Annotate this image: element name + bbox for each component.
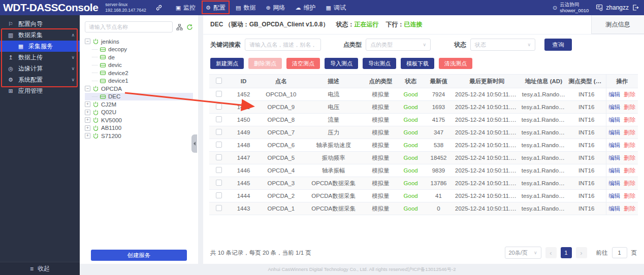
expand-node-icon[interactable]: + xyxy=(85,110,90,115)
expand-node-icon[interactable]: + xyxy=(85,133,90,139)
tab-point-info[interactable]: 测点信息 xyxy=(591,15,644,34)
tree-node-ab1100[interactable]: +AB1100 xyxy=(85,124,193,132)
sidebar-item-data-upload[interactable]: ↥数据上传∨ xyxy=(0,52,80,63)
delete-link[interactable]: 删除 xyxy=(624,91,635,98)
search-button[interactable]: 查询 xyxy=(544,39,572,51)
edit-link[interactable]: 编辑 xyxy=(608,205,620,213)
debug-icon: ▦ xyxy=(326,5,331,11)
edit-link[interactable]: 编辑 xyxy=(608,180,620,187)
cloud-sync-status[interactable]: ⊙ 云边协同 shower_0010 xyxy=(553,2,589,14)
tree-node-q02u[interactable]: +Q02U xyxy=(85,109,193,116)
sidebar-item-edge-computing[interactable]: ◎边缘计算∨ xyxy=(0,63,80,74)
keyword-label: 关键词搜索 xyxy=(210,41,241,49)
edit-link[interactable]: 编辑 xyxy=(608,116,620,124)
row-checkbox[interactable] xyxy=(216,142,222,148)
tree-node-cj2m[interactable]: +CJ2M xyxy=(85,100,193,108)
delete-link[interactable]: 删除 xyxy=(624,205,635,213)
edit-link[interactable]: 编辑 xyxy=(608,91,620,98)
row-checkbox[interactable] xyxy=(216,167,222,173)
page-size-select[interactable]: 20条/页 ∨ xyxy=(505,247,541,259)
nav-item-monitor[interactable]: ▣监控 xyxy=(171,0,201,15)
link-icon[interactable] xyxy=(155,4,163,11)
node-search-input[interactable] xyxy=(85,21,173,32)
sidebar-item-wizard[interactable]: ⚐配置向导 xyxy=(0,18,80,29)
jump-page-input[interactable] xyxy=(612,247,627,258)
sidebar-item-data-collect[interactable]: ▥数据采集∧ xyxy=(0,29,80,41)
tree-node-dec[interactable]: DEC xyxy=(85,93,193,100)
delete-link[interactable]: 删除 xyxy=(624,167,635,175)
row-checkbox[interactable] xyxy=(216,154,222,160)
action-button-5[interactable]: 模板下载 xyxy=(401,58,434,69)
expand-node-icon[interactable]: + xyxy=(85,117,90,123)
nav-item-config-gear[interactable]: ⚙配置 xyxy=(201,0,231,15)
row-checkbox[interactable] xyxy=(216,91,222,97)
edit-link[interactable]: 编辑 xyxy=(608,154,620,162)
status-select[interactable]: 状态 ∨ xyxy=(470,39,535,51)
next-page-button[interactable]: › xyxy=(576,247,587,258)
username[interactable]: zhangzz xyxy=(606,4,629,11)
edit-link[interactable]: 编辑 xyxy=(608,167,620,175)
terminal-icon[interactable] xyxy=(596,4,603,11)
delete-link[interactable]: 删除 xyxy=(624,180,635,187)
nav-item-debug[interactable]: ▦调试 xyxy=(321,0,351,15)
action-button-1[interactable]: 删除测点 xyxy=(248,58,282,69)
tree-node-label: jenkins xyxy=(101,39,119,45)
action-button-4[interactable]: 导出测点 xyxy=(363,58,396,69)
select-all-checkbox[interactable] xyxy=(216,78,222,84)
row-checkbox[interactable] xyxy=(216,180,222,186)
delete-link[interactable]: 删除 xyxy=(624,192,635,200)
tree-node-opcda[interactable]: −OPCDA xyxy=(85,85,193,92)
sidebar-item-app-manage[interactable]: ⊞应用管理 xyxy=(0,85,80,96)
delete-link[interactable]: 删除 xyxy=(624,142,635,149)
tree-node-jenkins[interactable]: −jenkins xyxy=(85,38,193,45)
nav-item-data[interactable]: ▤数据 xyxy=(231,0,261,15)
panel-collapse-handle[interactable] xyxy=(191,134,197,153)
expand-node-icon[interactable]: + xyxy=(85,125,90,131)
sidebar-item-collect-service[interactable]: ▦采集服务 xyxy=(0,41,80,52)
nav-menu: ▣监控⚙配置▤数据⊕网络☁维护▦调试 xyxy=(171,0,351,15)
edit-link[interactable]: 编辑 xyxy=(608,104,620,111)
nav-item-label: 网络 xyxy=(273,4,285,12)
row-checkbox[interactable] xyxy=(216,104,222,110)
refresh-icon[interactable] xyxy=(186,24,193,30)
page-number[interactable]: 1 xyxy=(561,247,572,258)
point-type-select[interactable]: 点的类型 ∨ xyxy=(366,39,431,51)
action-button-6[interactable]: 清洗测点 xyxy=(439,58,472,69)
delete-link[interactable]: 删除 xyxy=(624,154,635,162)
tree-node-decopy[interactable]: decopy xyxy=(85,46,193,53)
action-button-2[interactable]: 清空测点 xyxy=(286,58,320,69)
nav-item-network[interactable]: ⊕网络 xyxy=(261,0,290,15)
row-checkbox[interactable] xyxy=(216,129,222,135)
keyword-input[interactable] xyxy=(245,39,321,51)
delete-link[interactable]: 删除 xyxy=(624,116,635,124)
delete-link[interactable]: 删除 xyxy=(624,129,635,136)
tree-node-s71200[interactable]: +S71200 xyxy=(85,132,193,140)
action-button-3[interactable]: 导入测点 xyxy=(325,58,358,69)
create-service-button[interactable]: 创建服务 xyxy=(91,250,187,261)
cell-point-type: 模拟量 xyxy=(364,192,398,200)
tree-node-device2[interactable]: device2 xyxy=(85,69,193,77)
action-button-0[interactable]: 新建测点 xyxy=(210,58,244,69)
sidebar-item-system-config[interactable]: ⚙系统配置∨ xyxy=(0,74,80,85)
table-row: 1452OPCDA_10电流模拟量Good79242025-12-24 10:5… xyxy=(209,88,638,101)
collapse-node-icon[interactable]: − xyxy=(85,39,90,44)
row-checkbox[interactable] xyxy=(216,205,222,211)
prev-page-button[interactable]: ‹ xyxy=(545,247,557,258)
cell-latest-value: 9839 xyxy=(424,167,454,174)
tree-node-devic[interactable]: devic xyxy=(85,61,193,69)
edit-link[interactable]: 编辑 xyxy=(608,129,620,136)
sidebar-collapse-button[interactable]: ≡ 收起 xyxy=(0,262,80,275)
tree-node-kv5000[interactable]: +KV5000 xyxy=(85,116,193,124)
row-checkbox[interactable] xyxy=(216,116,222,122)
expand-node-icon[interactable]: + xyxy=(85,101,90,107)
tree-node-device1[interactable]: device1 xyxy=(85,77,193,85)
row-checkbox[interactable] xyxy=(216,192,222,198)
logout-icon[interactable] xyxy=(632,4,639,11)
edit-link[interactable]: 编辑 xyxy=(608,142,620,149)
delete-link[interactable]: 删除 xyxy=(624,104,635,111)
edit-link[interactable]: 编辑 xyxy=(608,192,620,200)
nav-item-maintenance-cloud[interactable]: ☁维护 xyxy=(291,0,321,15)
tree-node-de[interactable]: de xyxy=(85,53,193,61)
tree-filter-icon[interactable] xyxy=(176,24,183,30)
collapse-node-icon[interactable]: − xyxy=(85,86,90,91)
